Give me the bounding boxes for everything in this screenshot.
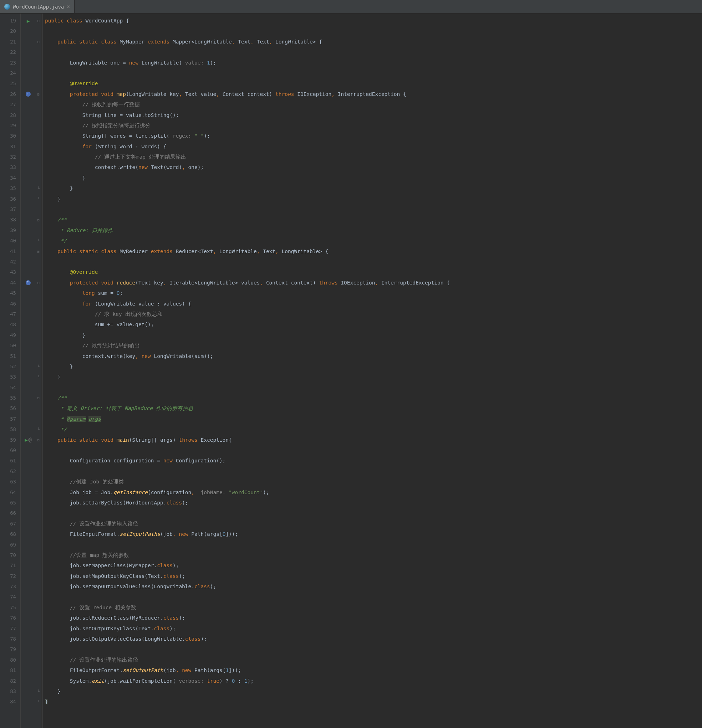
code-line[interactable] <box>45 257 702 267</box>
code-line[interactable]: } <box>45 686 702 697</box>
fold-marker[interactable] <box>36 267 41 277</box>
code-line[interactable]: */ <box>45 424 702 435</box>
fold-marker[interactable] <box>36 456 41 466</box>
code-area[interactable]: public class WordCountApp { public stati… <box>41 13 702 728</box>
fold-marker[interactable] <box>36 414 41 424</box>
code-line[interactable]: System.exit(job.waitForCompletion( verbo… <box>45 676 702 686</box>
fold-marker[interactable] <box>36 225 41 235</box>
fold-marker[interactable] <box>36 571 41 582</box>
fold-marker[interactable]: ⊟ <box>36 435 41 445</box>
run-icon[interactable]: ▶ <box>25 437 28 443</box>
code-line[interactable]: * 定义 Driver: 封装了 MapReduce 作业的所有信息 <box>45 403 702 413</box>
fold-marker[interactable] <box>36 592 41 602</box>
fold-marker[interactable] <box>36 540 41 550</box>
code-line[interactable]: for (LongWritable value : values) { <box>45 299 702 309</box>
fold-marker[interactable] <box>36 403 41 413</box>
code-line[interactable]: } <box>45 697 702 707</box>
run-icon[interactable]: ▶ <box>27 18 30 24</box>
fold-marker[interactable]: └ <box>36 372 41 382</box>
fold-marker[interactable] <box>36 477 41 487</box>
code-line[interactable]: //创建 Job 的处理类 <box>45 477 702 487</box>
code-line[interactable]: job.setReducerClass(MyReducer.class); <box>45 613 702 623</box>
code-line[interactable]: job.setJarByClass(WordCountApp.class); <box>45 498 702 508</box>
fold-marker[interactable] <box>36 131 41 141</box>
code-line[interactable]: job.setOutputValueClass(LongWritable.cla… <box>45 634 702 644</box>
file-tab[interactable]: WordCountApp.java × <box>0 0 75 13</box>
fold-marker[interactable] <box>36 613 41 623</box>
fold-marker[interactable] <box>36 299 41 309</box>
code-line[interactable] <box>45 26 702 36</box>
fold-marker[interactable]: └ <box>36 686 41 697</box>
fold-marker[interactable] <box>36 665 41 676</box>
fold-marker[interactable]: ⊟ <box>36 215 41 225</box>
code-line[interactable] <box>45 466 702 477</box>
fold-marker[interactable] <box>36 100 41 110</box>
code-line[interactable]: public class WordCountApp { <box>45 16 702 26</box>
code-line[interactable]: sum += value.get(); <box>45 319 702 330</box>
fold-marker[interactable] <box>36 257 41 267</box>
fold-marker[interactable] <box>36 309 41 319</box>
code-line[interactable]: Job job = Job.getInstance(configuration,… <box>45 487 702 498</box>
code-line[interactable]: LongWritable one = new LongWritable( val… <box>45 58 702 68</box>
code-line[interactable]: protected void reduce(Text key, Iterable… <box>45 278 702 288</box>
fold-marker[interactable] <box>36 634 41 644</box>
fold-marker[interactable] <box>36 204 41 215</box>
code-line[interactable]: FileInputFormat.setInputPaths(job, new P… <box>45 529 702 539</box>
code-line[interactable]: * Reduce: 归并操作 <box>45 225 702 235</box>
fold-marker[interactable] <box>36 445 41 456</box>
code-line[interactable]: /** <box>45 393 702 403</box>
fold-marker[interactable] <box>36 110 41 120</box>
code-line[interactable]: context.write(key, new LongWritable(sum)… <box>45 351 702 361</box>
code-line[interactable]: // 通过上下文将map 处理的结果输出 <box>45 152 702 162</box>
code-line[interactable]: public static class MyReducer extends Re… <box>45 246 702 257</box>
code-line[interactable]: @Override <box>45 78 702 89</box>
fold-marker[interactable] <box>36 162 41 173</box>
close-icon[interactable]: × <box>67 4 70 10</box>
code-line[interactable]: public static class MyMapper extends Map… <box>45 37 702 47</box>
code-line[interactable]: job.setMapOutputKeyClass(Text.class); <box>45 571 702 582</box>
fold-marker[interactable] <box>36 383 41 393</box>
fold-marker[interactable]: ⊟ <box>36 89 41 100</box>
code-line[interactable] <box>45 68 702 78</box>
fold-marker[interactable] <box>36 508 41 519</box>
fold-marker[interactable] <box>36 519 41 529</box>
fold-marker[interactable] <box>36 58 41 68</box>
override-icon[interactable] <box>26 280 31 285</box>
code-line[interactable]: */ <box>45 235 702 246</box>
code-line[interactable]: /** <box>45 215 702 225</box>
code-line[interactable] <box>45 445 702 456</box>
code-line[interactable]: // 接收到的每一行数据 <box>45 100 702 110</box>
fold-marker[interactable] <box>36 466 41 477</box>
code-line[interactable] <box>45 508 702 519</box>
code-line[interactable]: // 按照指定分隔符进行拆分 <box>45 120 702 131</box>
code-line[interactable]: job.setOutputKeyClass(Text.class); <box>45 624 702 634</box>
fold-marker[interactable]: └ <box>36 194 41 204</box>
fold-marker[interactable]: ⊟ <box>36 246 41 257</box>
fold-marker[interactable] <box>36 529 41 539</box>
fold-marker[interactable] <box>36 288 41 298</box>
fold-marker[interactable] <box>36 351 41 361</box>
fold-marker[interactable] <box>36 330 41 341</box>
code-line[interactable] <box>45 592 702 602</box>
fold-marker[interactable] <box>36 319 41 330</box>
fold-marker[interactable]: └ <box>36 235 41 246</box>
fold-marker[interactable] <box>36 487 41 498</box>
fold-marker[interactable] <box>36 624 41 634</box>
fold-marker[interactable] <box>36 655 41 665</box>
fold-marker[interactable] <box>36 120 41 131</box>
fold-marker[interactable] <box>36 582 41 592</box>
code-line[interactable]: } <box>45 372 702 382</box>
fold-marker[interactable]: └ <box>36 424 41 435</box>
fold-marker[interactable] <box>36 78 41 89</box>
fold-marker[interactable] <box>36 142 41 152</box>
code-line[interactable] <box>45 204 702 215</box>
code-line[interactable]: // 最终统计结果的输出 <box>45 341 702 351</box>
code-line[interactable]: Configuration configuration = new Config… <box>45 456 702 466</box>
code-line[interactable] <box>45 540 702 550</box>
fold-marker[interactable]: ⊟ <box>36 278 41 288</box>
code-line[interactable]: // 求 key 出现的次数总和 <box>45 309 702 319</box>
code-line[interactable]: for (String word : words) { <box>45 142 702 152</box>
fold-marker[interactable]: ⊟ <box>36 37 41 47</box>
code-line[interactable]: @Override <box>45 267 702 277</box>
code-line[interactable]: FileOutputFormat.setOutputPath(job, new … <box>45 665 702 676</box>
